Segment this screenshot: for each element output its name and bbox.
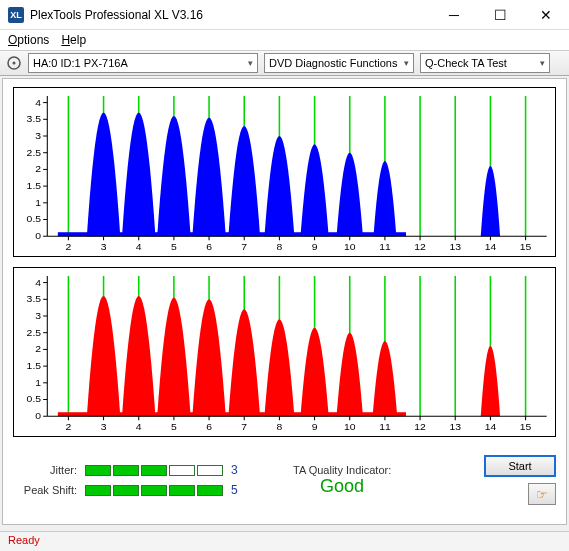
svg-text:6: 6 <box>206 421 212 432</box>
svg-text:6: 6 <box>206 241 212 252</box>
svg-text:11: 11 <box>379 241 391 252</box>
bottom-panel: Jitter: 3 Peak Shift: 5 TA Quality Indic… <box>13 455 556 505</box>
maximize-button[interactable]: ☐ <box>477 0 523 30</box>
test-select[interactable]: Q-Check TA Test <box>420 53 550 73</box>
svg-text:15: 15 <box>520 241 532 252</box>
options-icon-button[interactable]: ☞ <box>528 483 556 505</box>
menubar: Options Help <box>0 30 569 50</box>
jitter-label: Jitter: <box>13 464 77 476</box>
quality-block: TA Quality Indicator: Good <box>293 464 391 497</box>
segment <box>85 485 111 496</box>
svg-text:1: 1 <box>35 377 41 388</box>
svg-text:8: 8 <box>277 421 283 432</box>
svg-text:0: 0 <box>35 410 41 421</box>
peakshift-bar <box>85 485 223 496</box>
segment <box>113 485 139 496</box>
svg-text:0.5: 0.5 <box>27 394 42 405</box>
svg-text:4: 4 <box>136 421 142 432</box>
svg-text:2: 2 <box>35 164 41 175</box>
content-panel: 00.511.522.533.5423456789101112131415 00… <box>2 78 567 525</box>
svg-rect-16 <box>58 232 406 236</box>
svg-text:10: 10 <box>344 421 356 432</box>
svg-text:10: 10 <box>344 241 356 252</box>
svg-text:3: 3 <box>101 421 107 432</box>
svg-text:11: 11 <box>379 421 391 432</box>
quality-value: Good <box>320 476 364 497</box>
peakshift-value: 5 <box>231 483 245 497</box>
svg-text:9: 9 <box>312 241 318 252</box>
svg-text:15: 15 <box>520 421 532 432</box>
segment <box>197 485 223 496</box>
svg-text:0: 0 <box>35 230 41 241</box>
svg-text:1.5: 1.5 <box>27 180 42 191</box>
svg-text:5: 5 <box>171 241 177 252</box>
svg-text:0.5: 0.5 <box>27 214 42 225</box>
statusbar: Ready <box>0 531 569 551</box>
svg-text:1: 1 <box>35 197 41 208</box>
svg-text:4: 4 <box>35 277 41 288</box>
status-text: Ready <box>8 534 40 546</box>
test-select-value: Q-Check TA Test <box>425 57 507 69</box>
svg-text:13: 13 <box>449 241 461 252</box>
svg-text:1.5: 1.5 <box>27 360 42 371</box>
svg-text:14: 14 <box>485 421 497 432</box>
peakshift-label: Peak Shift: <box>13 484 77 496</box>
segment <box>141 465 167 476</box>
app-icon: XL <box>8 7 24 23</box>
jitter-value: 3 <box>231 463 245 477</box>
segment <box>169 485 195 496</box>
window-title: PlexTools Professional XL V3.16 <box>30 8 431 22</box>
svg-text:14: 14 <box>485 241 497 252</box>
svg-text:2: 2 <box>66 421 72 432</box>
svg-text:2: 2 <box>66 241 72 252</box>
titlebar: XL PlexTools Professional XL V3.16 ─ ☐ ✕ <box>0 0 569 30</box>
svg-text:4: 4 <box>136 241 142 252</box>
svg-text:13: 13 <box>449 421 461 432</box>
right-buttons: Start ☞ <box>484 455 556 505</box>
toolbar: HA:0 ID:1 PX-716A DVD Diagnostic Functio… <box>0 50 569 76</box>
segment <box>169 465 195 476</box>
svg-text:5: 5 <box>171 421 177 432</box>
svg-text:3: 3 <box>35 130 41 141</box>
segment <box>197 465 223 476</box>
svg-text:2.5: 2.5 <box>27 327 42 338</box>
svg-text:12: 12 <box>414 421 426 432</box>
hand-icon: ☞ <box>536 487 548 502</box>
svg-text:8: 8 <box>277 241 283 252</box>
svg-rect-79 <box>58 412 406 416</box>
svg-text:7: 7 <box>241 421 247 432</box>
close-button[interactable]: ✕ <box>523 0 569 30</box>
svg-text:2: 2 <box>35 344 41 355</box>
svg-text:12: 12 <box>414 241 426 252</box>
svg-point-1 <box>13 62 16 65</box>
menu-options[interactable]: Options <box>8 33 49 47</box>
menu-help[interactable]: Help <box>61 33 86 47</box>
peakshift-row: Peak Shift: 5 <box>13 483 245 497</box>
chart-top: 00.511.522.533.5423456789101112131415 <box>13 87 556 257</box>
jitter-row: Jitter: 3 <box>13 463 245 477</box>
svg-text:3: 3 <box>35 310 41 321</box>
svg-text:3.5: 3.5 <box>27 113 42 124</box>
segment <box>85 465 111 476</box>
drive-select[interactable]: HA:0 ID:1 PX-716A <box>28 53 258 73</box>
svg-text:4: 4 <box>35 97 41 108</box>
segment <box>113 465 139 476</box>
svg-text:3: 3 <box>101 241 107 252</box>
svg-text:3.5: 3.5 <box>27 293 42 304</box>
function-select-value: DVD Diagnostic Functions <box>269 57 397 69</box>
stats-block: Jitter: 3 Peak Shift: 5 <box>13 463 245 497</box>
function-select[interactable]: DVD Diagnostic Functions <box>264 53 414 73</box>
segment <box>141 485 167 496</box>
minimize-button[interactable]: ─ <box>431 0 477 30</box>
drive-icon <box>6 55 22 71</box>
drive-select-value: HA:0 ID:1 PX-716A <box>33 57 128 69</box>
chart-bottom: 00.511.522.533.5423456789101112131415 <box>13 267 556 437</box>
svg-text:2.5: 2.5 <box>27 147 42 158</box>
svg-text:9: 9 <box>312 421 318 432</box>
jitter-bar <box>85 465 223 476</box>
quality-label: TA Quality Indicator: <box>293 464 391 476</box>
start-button[interactable]: Start <box>484 455 556 477</box>
svg-text:7: 7 <box>241 241 247 252</box>
